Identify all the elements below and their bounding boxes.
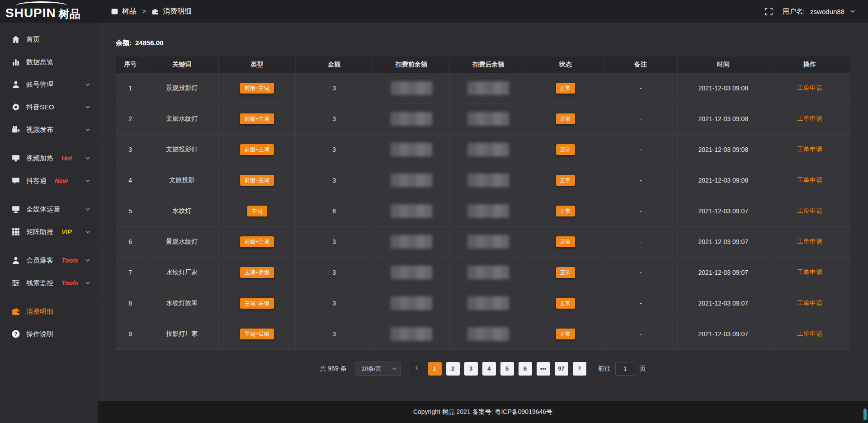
sidebar-item-label: 数据总览 xyxy=(26,58,53,66)
redacted-balance xyxy=(391,235,432,249)
breadcrumb-item-home[interactable]: 树品 xyxy=(122,7,137,16)
status-badge: 正常 xyxy=(556,144,575,155)
sidebar-item-label: 账号管理 xyxy=(26,80,53,89)
work-order-link[interactable]: 工单申请 xyxy=(797,299,822,306)
member-icon xyxy=(12,256,20,264)
row-status: 正常 xyxy=(527,288,604,319)
sidebar-item-视频发布[interactable]: 视频发布 xyxy=(0,118,98,141)
scrollbar-thumb[interactable] xyxy=(863,409,867,420)
chevron-down-icon xyxy=(85,229,90,235)
row-amount: 3 xyxy=(296,319,373,349)
work-order-link[interactable]: 工单申请 xyxy=(797,207,822,214)
gear-icon xyxy=(12,103,20,111)
row-time: 2021-12-03 09:08 xyxy=(677,134,769,165)
sidebar-item-账号管理[interactable]: 账号管理 xyxy=(0,73,98,96)
row-index: 6 xyxy=(116,226,145,257)
redacted-balance xyxy=(467,174,509,187)
page-button-5[interactable]: 5 xyxy=(500,362,514,376)
row-keyword: 文旅投影灯 xyxy=(145,134,218,165)
redacted-balance xyxy=(391,204,432,218)
footer: Copyright 树品 2021 备案号: 粤ICP备09019646号 xyxy=(98,401,868,423)
work-order-link[interactable]: 工单申请 xyxy=(797,330,822,337)
row-keyword: 水纹灯厂家 xyxy=(145,257,218,288)
logo-text-cn: 树品 xyxy=(59,8,80,19)
row-balance-before xyxy=(373,288,450,319)
sidebar-item-抖客通[interactable]: 抖客通 New xyxy=(0,169,98,192)
sidebar-item-全媒体运营[interactable]: 全媒体运营 xyxy=(0,198,98,221)
work-order-link[interactable]: 工单申请 xyxy=(797,176,822,183)
row-remark: - xyxy=(604,196,677,226)
sidebar-item-会员爆客[interactable]: 会员爆客 Tools xyxy=(0,249,98,272)
work-order-link[interactable]: 工单申请 xyxy=(797,268,822,276)
page-ellipsis[interactable]: ••• xyxy=(537,362,550,376)
table-row: 4 文旅投影 前缀+主词 3 正常 - 2021-12-03 09:08 工单申… xyxy=(116,165,850,196)
sidebar-item-首页[interactable]: 首页 xyxy=(0,28,98,51)
row-action: 工单申请 xyxy=(769,319,850,349)
status-badge: 正常 xyxy=(556,236,575,247)
app-logo[interactable]: SHUPIN 树品 xyxy=(0,0,98,23)
redacted-balance xyxy=(467,143,509,156)
row-amount: 3 xyxy=(296,103,373,134)
table-row: 8 水纹灯效果 主词+后缀 3 正常 - 2021-12-03 09:07 工单… xyxy=(116,288,850,319)
chevron-down-icon[interactable] xyxy=(850,9,855,14)
sidebar-item-badge: Hot xyxy=(61,155,72,162)
table-row: 2 文旅水纹灯 前缀+主词 3 正常 - 2021-12-03 09:08 工单… xyxy=(116,103,850,134)
sidebar-item-抖音SEO[interactable]: 抖音SEO xyxy=(0,96,98,118)
total-count: 共 969 条 xyxy=(320,365,346,373)
balance-value: 24856.00 xyxy=(135,39,164,47)
redacted-balance xyxy=(467,235,509,249)
status-badge: 正常 xyxy=(556,206,575,216)
redacted-balance xyxy=(467,327,509,341)
sidebar-item-数据总览[interactable]: 数据总览 xyxy=(0,51,98,73)
type-badge: 前缀+主词 xyxy=(240,113,274,124)
sidebar-item-label: 矩阵助推 xyxy=(26,228,53,236)
row-type: 前缀+主词 xyxy=(218,73,296,103)
main-content: 余额: 24856.00 序号关键词类型金额扣费前余额扣费后余额状态备注时间操作… xyxy=(98,23,868,401)
status-badge: 正常 xyxy=(556,298,575,309)
prev-page-button[interactable] xyxy=(410,362,424,376)
row-balance-before xyxy=(373,103,450,134)
work-order-link[interactable]: 工单申请 xyxy=(797,84,822,91)
row-index: 3 xyxy=(116,134,145,165)
page-button-2[interactable]: 2 xyxy=(446,362,460,376)
sidebar-item-线索监控[interactable]: 线索监控 Tools xyxy=(0,272,98,294)
next-page-button[interactable] xyxy=(573,362,586,376)
page-button-1[interactable]: 1 xyxy=(428,362,442,376)
sidebar-item-操作说明[interactable]: ? 操作说明 xyxy=(0,323,98,345)
sidebar-item-消费明细[interactable]: 消费明细 xyxy=(0,300,98,323)
redacted-balance xyxy=(391,143,432,156)
row-time: 2021-12-03 09:07 xyxy=(677,257,769,288)
work-order-link[interactable]: 工单申请 xyxy=(797,146,822,153)
row-status: 正常 xyxy=(527,103,604,134)
sidebar-item-badge: Tools xyxy=(61,257,78,264)
fullscreen-icon[interactable] xyxy=(765,8,773,15)
page-button-97[interactable]: 97 xyxy=(555,362,568,376)
chevron-down-icon xyxy=(85,280,90,286)
table-row: 1 景观投影灯 前缀+主词 3 正常 - 2021-12-03 09:08 工单… xyxy=(116,73,850,103)
page-button-4[interactable]: 4 xyxy=(482,362,496,376)
jump-page-input[interactable] xyxy=(615,362,635,376)
page-button-6[interactable]: 6 xyxy=(519,362,532,376)
row-keyword: 文旅投影 xyxy=(145,165,218,196)
row-type: 主词+后缀 xyxy=(218,319,296,349)
row-balance-after xyxy=(450,73,527,103)
row-action: 工单申请 xyxy=(769,196,850,226)
row-time: 2021-12-03 09:08 xyxy=(677,73,769,103)
column-header: 操作 xyxy=(769,56,850,73)
sidebar-item-矩阵助推[interactable]: 矩阵助推 VIP xyxy=(0,221,98,243)
page-button-3[interactable]: 3 xyxy=(464,362,478,376)
row-amount: 3 xyxy=(296,165,373,196)
row-type: 主词+后缀 xyxy=(218,288,296,319)
sidebar-item-视频加热[interactable]: 视频加热 Hot xyxy=(0,147,98,169)
sidebar-item-label: 全媒体运营 xyxy=(26,205,60,214)
page-size-select[interactable]: 10条/页 xyxy=(355,362,401,376)
column-header: 状态 xyxy=(527,56,604,73)
username-value[interactable]: zswodun88 xyxy=(810,8,844,15)
row-time: 2021-12-03 09:08 xyxy=(677,103,769,134)
row-type: 前缀+主词 xyxy=(218,165,296,196)
redacted-balance xyxy=(391,266,432,279)
home-icon xyxy=(12,35,20,43)
work-order-link[interactable]: 工单申请 xyxy=(797,238,822,245)
work-order-link[interactable]: 工单申请 xyxy=(797,115,822,122)
sidebar-divider xyxy=(0,246,98,246)
